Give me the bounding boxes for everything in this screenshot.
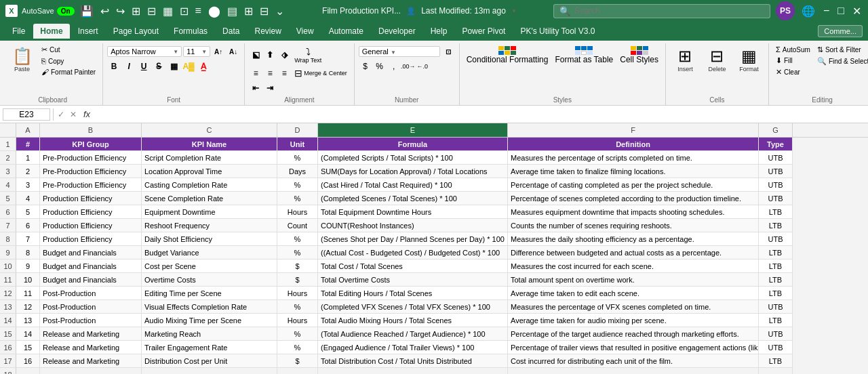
align-right-button[interactable]: ≡ (277, 66, 291, 80)
number-expand-button[interactable]: ⊡ (441, 45, 455, 58)
row-header-3[interactable]: 3 (0, 165, 16, 178)
misc-icon1[interactable]: ⊟ (146, 3, 157, 19)
cell-E10[interactable]: Total Cost / Total Scenes (318, 259, 508, 273)
formula-cancel-icon[interactable]: ✕ (68, 110, 78, 119)
col-header-g[interactable]: G (759, 123, 793, 137)
borders-button[interactable]: ▦ (167, 60, 180, 73)
cell-E8[interactable]: (Scenes Shot per Day / Planned Scenes pe… (318, 232, 508, 246)
cell-G5[interactable]: UTB (759, 192, 793, 205)
cell-B10[interactable]: Budget and Financials (40, 259, 142, 273)
indent-decrease-button[interactable]: ⇤ (249, 81, 262, 95)
formula-check-icon[interactable]: ✓ (56, 110, 66, 119)
decrease-font-button[interactable]: A↓ (226, 45, 240, 58)
autosave-toggle[interactable]: AutoSave On (22, 7, 75, 16)
row-header-2[interactable]: 2 (0, 151, 16, 165)
cell-G7[interactable]: LTB (759, 219, 793, 232)
cell-A7[interactable]: 6 (16, 219, 40, 232)
wrap-text-button[interactable]: ⤵ Wrap Text (292, 45, 324, 65)
row-header-9[interactable]: 9 (0, 246, 16, 259)
tab-help[interactable]: Help (424, 24, 454, 39)
align-left-button[interactable]: ≡ (249, 66, 262, 80)
misc-icon7[interactable]: ⊞ (243, 3, 254, 19)
cell-F3[interactable]: Average time taken to finalize filming l… (508, 165, 759, 178)
align-center-button[interactable]: ≡ (263, 66, 277, 80)
cell-C14[interactable]: Audio Mixing Time per Scene (142, 314, 277, 327)
cell-A12[interactable]: 11 (16, 287, 40, 300)
cell-B6[interactable]: Production Efficiency (40, 205, 142, 219)
cell-B17[interactable]: Release and Marketing (40, 354, 142, 368)
cell-C8[interactable]: Daily Shot Efficiency (142, 232, 277, 246)
font-color-button[interactable]: A̲ (197, 60, 210, 73)
cell-A5[interactable]: 4 (16, 192, 40, 205)
copy-button[interactable]: ⎘ Copy (39, 56, 98, 66)
cell-reference-input[interactable] (3, 108, 50, 121)
cell-A4[interactable]: 3 (16, 178, 40, 192)
misc-icon8[interactable]: ⊟ (258, 3, 270, 19)
cell-E12[interactable]: Total Editing Hours / Total Scenes (318, 287, 508, 300)
row-header-8[interactable]: 8 (0, 232, 16, 246)
cell-D9[interactable]: % (277, 246, 318, 259)
cell-B4[interactable]: Pre-Production Efficiency (40, 178, 142, 192)
cell-f1[interactable]: Definition (508, 138, 759, 151)
tab-developer[interactable]: Developer (372, 24, 422, 39)
format-as-table-button[interactable]: Format as Table (552, 45, 616, 66)
col-header-d[interactable]: D (277, 123, 318, 137)
indent-increase-button[interactable]: ⇥ (263, 81, 277, 95)
row-header-7[interactable]: 7 (0, 219, 16, 232)
tab-power-pivot[interactable]: Power Pivot (455, 24, 512, 39)
cell-B12[interactable]: Post-Production (40, 287, 142, 300)
align-top-center-button[interactable]: ⬆ (263, 48, 277, 62)
cell-A15[interactable]: 14 (16, 327, 40, 341)
col-header-b[interactable]: B (40, 123, 142, 137)
cell-F4[interactable]: Percentage of casting completed as per t… (508, 178, 759, 192)
paste-button[interactable]: 📋 Paste (7, 45, 37, 75)
cell-B11[interactable]: Budget and Financials (40, 273, 142, 287)
font-name-selector[interactable]: Aptos Narrow ▼ (107, 46, 182, 57)
currency-button[interactable]: $ (359, 60, 372, 73)
tab-data[interactable]: Data (216, 24, 246, 39)
tab-file[interactable]: File (5, 24, 32, 39)
percent-button[interactable]: % (373, 60, 387, 73)
minimize-icon[interactable]: − (822, 3, 831, 18)
cell-G16[interactable]: UTB (759, 341, 793, 354)
row-header-18[interactable]: 18 (0, 368, 16, 374)
globe-icon[interactable]: 🌐 (800, 3, 816, 19)
cell-G17[interactable]: LTB (759, 354, 793, 368)
cell-F2[interactable]: Measures the percentage of scripts compl… (508, 151, 759, 165)
cell-D10[interactable]: $ (277, 259, 318, 273)
cell-G9[interactable]: LTB (759, 246, 793, 259)
cell-C17[interactable]: Distribution Cost per Unit (142, 354, 277, 368)
cell-G12[interactable]: LTB (759, 287, 793, 300)
cell-C7[interactable]: Reshoot Frequency (142, 219, 277, 232)
cell-E2[interactable]: (Completed Scripts / Total Scripts) * 10… (318, 151, 508, 165)
cell-B15[interactable]: Release and Marketing (40, 327, 142, 341)
cell-B16[interactable]: Release and Marketing (40, 341, 142, 354)
fill-button[interactable]: ⬇ Fill (773, 56, 813, 66)
cell-E7[interactable]: COUNT(Reshoot Instances) (318, 219, 508, 232)
cell-E11[interactable]: Total Overtime Costs (318, 273, 508, 287)
cell-B3[interactable]: Pre-Production Efficiency (40, 165, 142, 178)
conditional-formatting-button[interactable]: Conditional Formatting (464, 45, 551, 66)
cell-F9[interactable]: Difference between budgeted and actual c… (508, 246, 759, 259)
row-header-4[interactable]: 4 (0, 178, 16, 192)
italic-button[interactable]: I (122, 60, 136, 73)
number-format-selector[interactable]: General ▼ (359, 46, 440, 57)
cell-d1[interactable]: Unit (277, 138, 318, 151)
cell-F8[interactable]: Measures the daily shooting efficiency a… (508, 232, 759, 246)
cell-E3[interactable]: SUM(Days for Location Approval) / Total … (318, 165, 508, 178)
cell-E13[interactable]: (Completed VFX Scenes / Total VFX Scenes… (318, 300, 508, 314)
cell-a1[interactable]: # (16, 138, 40, 151)
decrease-decimal-button[interactable]: ←.0 (416, 60, 429, 73)
misc-icon5[interactable]: ⬤ (207, 3, 222, 19)
comma-button[interactable]: , (387, 60, 401, 73)
sort-filter-button[interactable]: ⇅ Sort & Filter (814, 45, 868, 55)
cell-E9[interactable]: ((Actual Cost - Budgeted Cost) / Budgete… (318, 246, 508, 259)
tab-review[interactable]: Review (248, 24, 288, 39)
cell-B14[interactable]: Post-Production (40, 314, 142, 327)
row-header-10[interactable]: 10 (0, 259, 16, 273)
search-bar[interactable]: 🔍 (553, 4, 770, 18)
grid-icon[interactable]: ⊞ (130, 3, 142, 19)
cell-D15[interactable]: % (277, 327, 318, 341)
row-header-16[interactable]: 16 (0, 341, 16, 354)
cell-F5[interactable]: Percentage of scenes completed according… (508, 192, 759, 205)
